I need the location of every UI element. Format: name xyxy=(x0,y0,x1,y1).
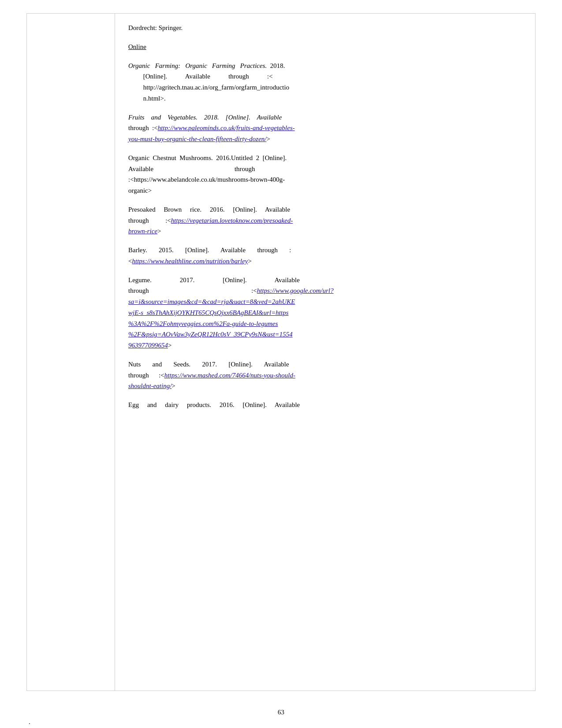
ref-legume-text: Legume. 2017. [Online]. Available throug… xyxy=(128,275,522,351)
ref2-link[interactable]: http://www.paleominds.co.uk/fruits-and-v… xyxy=(158,124,295,131)
ref-nuts-seeds: Nuts and Seeds. 2017. [Online]. Availabl… xyxy=(128,359,522,392)
ref-brown-rice: Presoaked Brown rice. 2016. [Online]. Av… xyxy=(128,204,522,237)
online-heading: Online xyxy=(128,41,522,52)
ref6-link-2[interactable]: sa=i&source=images&cd=&cad=rja&uact=8&ve… xyxy=(128,298,295,305)
ref6-link-6[interactable]: 963977099654 xyxy=(128,342,168,349)
ref4-link[interactable]: https://vegetarian.lovetoknow.com/presoa… xyxy=(171,217,293,224)
springer-ref: Dordrecht: Springer. xyxy=(128,22,522,34)
page: Dordrecht: Springer. Online Organic Farm… xyxy=(0,0,562,728)
online-heading-text: Online xyxy=(128,43,146,50)
ref-nuts-seeds-text: Nuts and Seeds. 2017. [Online]. Availabl… xyxy=(128,359,522,392)
page-dot: . xyxy=(0,718,562,728)
ref6-link-3[interactable]: wjE-s_s8sThAhXijOYKHT65CQsQjxx6BAgBEAI&u… xyxy=(128,309,288,316)
ref-egg-dairy-text: Egg and dairy products. 2016. [Online]. … xyxy=(128,399,522,411)
ref-mushrooms-text: Organic Chestnut Mushrooms. 2016.Untitle… xyxy=(128,153,522,196)
ref2-link-2[interactable]: you-must-buy-organic-the-clean-fifteen-d… xyxy=(128,135,267,142)
ref-mushrooms: Organic Chestnut Mushrooms. 2016.Untitle… xyxy=(128,153,522,196)
left-margin xyxy=(27,14,115,691)
ref-brown-rice-text: Presoaked Brown rice. 2016. [Online]. Av… xyxy=(128,204,522,237)
ref-barley: Barley. 2015. [Online]. Available throug… xyxy=(128,245,522,267)
ref6-link-5[interactable]: %2F&psig=AOvVaw3yZeQR12Hc0sV_39CPy9sN&us… xyxy=(128,331,293,338)
ref-legume: Legume. 2017. [Online]. Available throug… xyxy=(128,275,522,351)
ref2-main: Fruits and Vegetables. 2018. [Online]. A… xyxy=(128,114,282,121)
page-border: Dordrecht: Springer. Online Organic Farm… xyxy=(26,13,536,691)
ref-barley-text: Barley. 2015. [Online]. Available throug… xyxy=(128,245,522,267)
ref7-link-2[interactable]: shouldnt-eating/ xyxy=(128,382,171,389)
ref6-link-1[interactable]: https://www.google.com/url? xyxy=(257,287,334,294)
online-heading-block: Online xyxy=(128,41,522,52)
ref-organic-farming: Organic Farming: Organic Farming Practic… xyxy=(128,60,522,104)
ref1-main: Organic Farming: Organic Farming Practic… xyxy=(128,62,267,69)
ref7-link-1[interactable]: https://www.mashed.com/74664/nuts-you-sh… xyxy=(164,372,295,379)
ref-egg-dairy: Egg and dairy products. 2016. [Online]. … xyxy=(128,399,522,411)
ref6-link-4[interactable]: %3A%2F%2Fohmyveggies.com%2Fa-guide-to-le… xyxy=(128,320,278,327)
dot-text: . xyxy=(29,718,30,725)
ref-fruits-vegetables-text: Fruits and Vegetables. 2018. [Online]. A… xyxy=(128,112,522,145)
page-number: 63 xyxy=(278,709,284,716)
page-footer: 63 xyxy=(0,704,562,718)
ref5-link[interactable]: https://www.healthline.com/nutrition/bar… xyxy=(132,258,248,265)
ref-organic-farming-text: Organic Farming: Organic Farming Practic… xyxy=(128,60,522,104)
content-area: Dordrecht: Springer. Online Organic Farm… xyxy=(115,14,535,691)
ref4-link-2[interactable]: brown-rice xyxy=(128,228,157,235)
springer-text: Dordrecht: Springer. xyxy=(128,22,522,34)
ref-fruits-vegetables: Fruits and Vegetables. 2018. [Online]. A… xyxy=(128,112,522,145)
